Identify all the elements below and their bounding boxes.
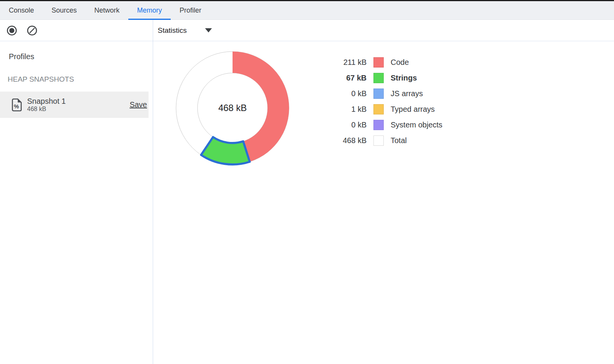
statistics-dropdown[interactable]: Statistics [158,26,212,35]
legend-swatch [373,135,384,146]
legend-label: Typed arrays [391,105,435,114]
save-link[interactable]: Save [129,100,147,109]
statistics-view: 468 kB 211 kB Code 67 kB Strings 0 kB JS… [153,41,614,364]
legend-row-system-objects[interactable]: 0 kB System objects [313,117,443,133]
snapshot-title: Snapshot 1 [27,97,66,106]
legend-row-typed-arrays[interactable]: 1 kB Typed arrays [313,101,443,117]
donut-segment-strings[interactable] [201,137,250,164]
statistics-dropdown-value: Statistics [158,26,187,35]
clear-profiles-button[interactable] [27,25,37,36]
legend-swatch [373,120,384,130]
panel-toolbar: Statistics [0,20,614,41]
legend-value: 0 kB [313,121,367,129]
legend-row-code[interactable]: 211 kB Code [313,55,443,70]
legend-value: 1 kB [313,105,367,114]
sidebar-item-snapshot-1[interactable]: % Snapshot 1 468 kB Save [0,92,149,118]
chart-legend: 211 kB Code 67 kB Strings 0 kB JS arrays… [313,55,443,148]
legend-value: 0 kB [313,89,367,98]
legend-swatch [373,104,384,114]
legend-label: Total [391,136,407,145]
chevron-down-icon [205,28,212,32]
profiles-sidebar: Profiles HEAP SNAPSHOTS % Snapshot 1 468… [0,41,153,364]
tab-network[interactable]: Network [86,1,128,19]
legend-label: System objects [391,121,443,129]
legend-swatch [373,89,384,99]
legend-row-strings[interactable]: 67 kB Strings [313,70,443,86]
snapshot-size: 468 kB [27,106,66,113]
legend-row-js-arrays[interactable]: 0 kB JS arrays [313,86,443,101]
record-icon [6,25,17,36]
profiles-toolbar [0,20,153,41]
legend-value: 67 kB [313,74,367,82]
legend-value: 211 kB [313,58,367,67]
legend-label: Strings [391,74,417,82]
legend-swatch [373,57,384,68]
legend-row-total[interactable]: 468 kB Total [313,133,443,148]
tab-sources[interactable]: Sources [43,1,86,19]
donut-total-label: 468 kB [171,102,294,114]
devtools-tab-bar: ConsoleSourcesNetworkMemoryProfiler [0,1,614,20]
view-toolbar: Statistics [153,20,212,41]
tab-console[interactable]: Console [0,1,43,19]
tab-profiler[interactable]: Profiler [171,1,210,19]
legend-label: Code [391,58,409,67]
clear-icon [27,25,37,36]
heap-snapshot-icon: % [12,98,22,111]
record-heap-snapshot-button[interactable] [6,25,17,36]
svg-text:%: % [14,103,19,110]
legend-swatch [373,73,384,83]
tab-memory[interactable]: Memory [128,1,171,19]
profiles-heading: Profiles [9,52,153,61]
heap-snapshots-section-header: HEAP SNAPSHOTS [8,75,153,84]
snapshot-text: Snapshot 1 468 kB [27,97,66,113]
legend-label: JS arrays [391,89,423,98]
legend-value: 468 kB [313,136,367,145]
